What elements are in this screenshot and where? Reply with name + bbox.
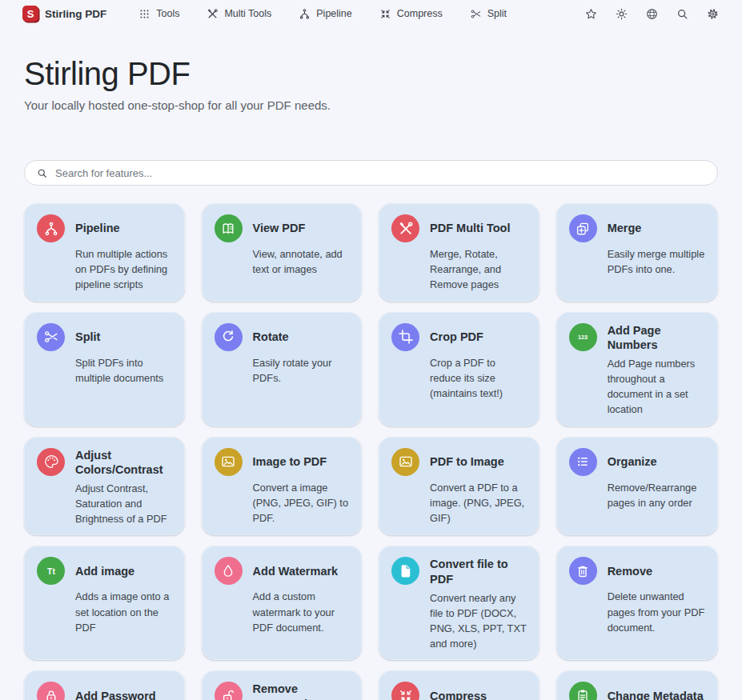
feature-search — [24, 160, 718, 186]
nav-item-tools[interactable]: Tools — [138, 8, 179, 20]
feature-card[interactable]: Adjust Colors/Contrast Adjust Contrast, … — [24, 437, 185, 536]
feature-card[interactable]: View PDF View, annotate, add text or ima… — [202, 203, 363, 302]
pipeline-icon — [299, 8, 311, 20]
feature-grid: Pipeline Run multiple actions on PDFs by… — [24, 203, 718, 700]
feature-card[interactable]: Merge Easily merge multiple PDFs into on… — [556, 203, 718, 302]
card-title: Compress — [430, 689, 527, 700]
compress-icon — [379, 8, 391, 20]
main-content: Stirling PDF Your locally hosted one-sto… — [0, 56, 742, 700]
card-description: Remove/Rearrange pages in any order — [608, 480, 705, 510]
globe-icon — [645, 7, 659, 21]
card-description: Add Page numbers throughout a document i… — [608, 356, 705, 418]
feature-card[interactable]: PDF to Image Convert a PDF to a image. (… — [379, 437, 539, 536]
tools-icon — [207, 8, 219, 20]
feature-card[interactable]: Change Metadata Change/Remove/Add metada… — [556, 670, 718, 700]
top-navbar: S Stirling PDF Tools Multi Tools Pipelin… — [0, 0, 742, 27]
card-description: Split PDFs into multiple documents — [75, 355, 172, 386]
settings-button[interactable] — [706, 7, 720, 21]
card-title: Add Page Numbers — [608, 323, 705, 352]
card-title: Pipeline — [75, 221, 172, 235]
nav-item-label: Pipeline — [316, 8, 351, 19]
rotate-icon — [215, 323, 243, 351]
nav-actions — [584, 7, 720, 21]
merge-icon — [569, 214, 597, 242]
card-description: Adjust Contrast, Saturation and Brightne… — [75, 481, 172, 527]
card-title: Add image — [75, 564, 172, 578]
card-title: Convert file to PDF — [430, 557, 527, 586]
feature-card[interactable]: Add image Adds a image onto a set locati… — [24, 546, 185, 660]
card-title: PDF Multi Tool — [430, 221, 527, 235]
card-description: Crop a PDF to reduce its size (maintains… — [430, 355, 527, 402]
scissors-icon — [37, 323, 65, 351]
tools-icon — [391, 214, 419, 242]
brand[interactable]: S Stirling PDF — [22, 6, 106, 22]
nav-item-pipeline[interactable]: Pipeline — [299, 8, 351, 20]
nav-item-split[interactable]: Split — [470, 8, 507, 20]
brand-name: Stirling PDF — [45, 8, 106, 20]
card-title: Merge — [608, 221, 705, 235]
feature-card[interactable]: Pipeline Run multiple actions on PDFs by… — [24, 203, 185, 302]
unlock-icon — [215, 682, 243, 700]
feature-card[interactable]: Remove Password Remove password protecti… — [202, 670, 363, 700]
feature-card[interactable]: Compress Compress PDFs to reduce their f… — [379, 670, 539, 700]
feature-card[interactable]: Crop PDF Crop a PDF to reduce its size (… — [379, 312, 539, 426]
theme-toggle-button[interactable] — [615, 7, 628, 21]
card-title: Crop PDF — [430, 330, 527, 344]
feature-card[interactable]: Organize Remove/Rearrange pages in any o… — [556, 437, 718, 536]
card-title: Add Password — [75, 689, 172, 700]
nav-item-label: Tools — [156, 8, 179, 19]
card-title: Change Metadata — [608, 689, 705, 700]
card-description: Convert a image (PNG, JPEG, GIF) to PDF. — [253, 480, 350, 526]
scissors-icon — [470, 8, 482, 20]
card-description: View, annotate, add text or images — [253, 246, 350, 277]
search-icon — [36, 167, 48, 179]
feature-card[interactable]: PDF Multi Tool Merge, Rotate, Rearrange,… — [379, 203, 539, 302]
compress-icon — [391, 682, 419, 700]
search-input[interactable] — [55, 167, 706, 179]
card-description: Easily merge multiple PDFs into one. — [608, 246, 705, 277]
star-icon — [584, 7, 598, 21]
card-title: Add Watermark — [253, 564, 350, 578]
nav-menu: Tools Multi Tools Pipeline Compress Spli… — [138, 8, 507, 20]
card-title: Adjust Colors/Contrast — [75, 448, 172, 477]
card-description: Convert nearly any file to PDF (DOCX, PN… — [430, 590, 527, 652]
card-title: Remove Password — [253, 682, 350, 700]
nav-item-label: Split — [487, 8, 507, 19]
palette-icon — [37, 448, 65, 476]
search-button[interactable] — [676, 7, 689, 21]
feature-card[interactable]: Add Password Encrypt your PDF document w… — [24, 670, 185, 700]
feature-card[interactable]: Image to PDF Convert a image (PNG, JPEG,… — [202, 437, 363, 536]
stirling-logo-icon: S — [22, 6, 38, 22]
nav-item-compress[interactable]: Compress — [379, 8, 443, 20]
file-icon — [391, 557, 419, 585]
card-description: Merge, Rotate, Rearrange, and Remove pag… — [430, 246, 527, 293]
feature-card[interactable]: Add Watermark Add a custom watermark to … — [202, 546, 363, 660]
feature-card[interactable]: Split Split PDFs into multiple documents — [24, 312, 185, 426]
crop-icon — [391, 323, 419, 351]
sun-icon — [615, 7, 628, 21]
search-icon — [676, 7, 689, 21]
clipboard-icon — [569, 682, 597, 700]
card-title: View PDF — [253, 221, 350, 235]
numbers-icon — [569, 323, 597, 351]
feature-card[interactable]: Add Page Numbers Add Page numbers throug… — [556, 312, 718, 426]
feature-card[interactable]: Remove Delete unwanted pages from your P… — [556, 546, 718, 660]
feature-card[interactable]: Rotate Easily rotate your PDFs. — [202, 312, 363, 426]
language-button[interactable] — [645, 7, 659, 21]
favourites-button[interactable] — [584, 7, 598, 21]
card-description: Adds a image onto a set location on the … — [75, 589, 172, 635]
card-description: Add a custom watermark to your PDF docum… — [253, 589, 350, 635]
card-title: Remove — [608, 564, 705, 578]
nav-item-label: Multi Tools — [224, 8, 271, 19]
feature-card[interactable]: Convert file to PDF Convert nearly any f… — [379, 546, 539, 660]
book-icon — [215, 214, 243, 242]
card-title: PDF to Image — [430, 454, 527, 469]
list-icon — [569, 448, 597, 476]
card-title: Image to PDF — [253, 454, 350, 469]
trash-icon — [569, 557, 597, 585]
nav-item-multi-tools[interactable]: Multi Tools — [207, 8, 271, 20]
card-title: Split — [75, 330, 172, 344]
card-description: Run multiple actions on PDFs by defining… — [75, 246, 172, 293]
page-title: Stirling PDF — [24, 56, 718, 92]
card-description: Easily rotate your PDFs. — [253, 355, 350, 386]
